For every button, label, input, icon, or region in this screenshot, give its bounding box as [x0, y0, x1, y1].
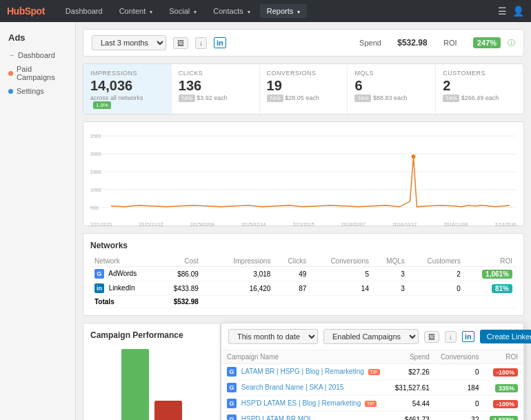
main-layout: Ads → Dashboard Paid Campaigns Settings …	[0, 22, 531, 420]
settings-dot	[8, 89, 13, 94]
network-row-linkedin: in LinkedIn $433.89 16,420 87 14 3 0 81%	[90, 281, 517, 296]
col-empty	[203, 256, 214, 267]
customers-label: CUSTOMERS	[443, 70, 517, 77]
stats-bar: IMPRESSIONS 14,036 across all networks 1…	[83, 63, 524, 114]
impressions-label: IMPRESSIONS	[90, 70, 164, 77]
date-range-select[interactable]: Last 3 months	[92, 35, 166, 50]
table-row: G HSP'D LATAM ES | Blog | Remarketing TI…	[221, 396, 523, 412]
linkedin-mqls: 3	[373, 281, 409, 296]
row3-adwords-icon: G	[227, 399, 237, 408]
row3-spend: 54.44	[390, 396, 435, 412]
row4-roi: 1,503%	[484, 412, 523, 420]
reports-arrow: ▾	[297, 9, 300, 15]
create-linkedin-campaign-button[interactable]: Create LinkedIn campaign	[480, 330, 531, 343]
campaign-performance: Campaign Performance Estimated Revenue -…	[83, 323, 221, 420]
adwords-conversions: 5	[310, 267, 373, 281]
linkedin-icon-btn[interactable]: in	[214, 37, 226, 48]
campaign-perf-title: Campaign Performance	[90, 330, 213, 340]
row3-conversions: 0	[435, 396, 485, 412]
user-icon[interactable]: 👤	[512, 6, 524, 17]
menu-icon[interactable]: ☰	[498, 6, 507, 17]
linkedin-customers: 0	[409, 281, 465, 296]
row2-campaign-name[interactable]: Search Brand Name | SKA | 2015	[241, 383, 344, 391]
col-customers: Customers	[409, 256, 465, 267]
networks-section: Networks Network Cost Impressions Clicks…	[83, 233, 524, 316]
content-header: Last 3 months 🖼 ↓ in Spend $532.98 ROI 2…	[83, 29, 524, 57]
overlay-download-btn[interactable]: ↓	[445, 331, 457, 343]
campaign-overlay: This month to date Enabled Campaigns 🖼 ↓…	[221, 323, 524, 420]
campaign-table: Campaign Name Spend Conversions ROI G LA…	[221, 350, 523, 420]
table-row: G Search Brand Name | SKA | 2015 $31,527…	[221, 380, 523, 396]
sidebar-item-dashboard[interactable]: → Dashboard	[0, 48, 75, 62]
col-conversions: Conversions	[310, 256, 373, 267]
paid-campaigns-dot	[8, 71, 13, 76]
overlay-linkedin-icon[interactable]: in	[462, 331, 474, 342]
adwords-icon: G	[94, 269, 104, 279]
row4-adwords-icon: G	[227, 414, 237, 420]
campaign-table-wrapper: Campaign Name Spend Conversions ROI G LA…	[221, 350, 523, 420]
hubspot-logo: HubSpot	[7, 6, 45, 17]
campaign-name-cell: G Search Brand Name | SKA | 2015	[221, 380, 390, 396]
roi-info-icon[interactable]: ⓘ	[508, 38, 515, 48]
row1-roi: -100%	[484, 364, 523, 380]
stat-clicks: CLICKS 136 74% $3.92 each	[172, 64, 260, 114]
row1-conversions: 0	[435, 364, 485, 380]
customers-value: 2	[443, 78, 517, 93]
table-row: G LATAM BR | HSPG | Blog | Remarketing T…	[221, 364, 523, 380]
stat-customers: CUSTOMERS 2 74% $266.49 each	[436, 64, 523, 114]
row4-campaign-name[interactable]: HSPD LATAM BR MQL	[241, 415, 313, 420]
adwords-roi: 1,061%	[465, 267, 517, 281]
totals-label: Totals	[90, 296, 158, 308]
contacts-arrow: ▾	[248, 9, 250, 15]
row2-adwords-icon: G	[227, 383, 237, 392]
bar-chart	[90, 346, 213, 420]
mqls-sub: 74% $88.83 each	[354, 94, 428, 101]
clicks-value: 136	[179, 78, 252, 93]
sidebar: Ads → Dashboard Paid Campaigns Settings	[0, 22, 76, 420]
nav-dashboard[interactable]: Dashboard	[59, 4, 110, 18]
overlay-photo-btn[interactable]: 🖼	[424, 331, 439, 343]
photo-icon-btn[interactable]: 🖼	[173, 37, 188, 49]
campaign-name-cell: G HSP'D LATAM ES | Blog | Remarketing TI…	[221, 396, 390, 412]
col-mqls: MQLs	[373, 256, 409, 267]
nav-social[interactable]: Social ▾	[162, 4, 203, 18]
row4-spend: $461.73	[390, 412, 435, 420]
conversions-sub: 74% $28.05 each	[267, 94, 341, 101]
mqls-label: MQLS	[354, 70, 428, 77]
stat-mqls: MQLS 6 74% $88.83 each	[348, 64, 436, 114]
row4-conversions: 32	[435, 412, 485, 420]
col-network: Network	[90, 256, 158, 267]
x-axis-labels: 2/21/2015 2015/11/12 2015/02/08 2015/02/…	[90, 222, 517, 227]
sidebar-item-paid-campaigns[interactable]: Paid Campaigns	[0, 62, 75, 84]
sidebar-item-settings[interactable]: Settings	[0, 84, 75, 98]
col-impressions: Impressions	[214, 256, 274, 267]
row1-campaign-name[interactable]: LATAM BR | HSPG | Blog | Remarketing	[241, 368, 364, 375]
download-icon-btn[interactable]: ↓	[195, 37, 207, 49]
adwords-clicks: 49	[274, 267, 310, 281]
networks-totals-row: Totals $532.98	[90, 296, 517, 308]
nav-content[interactable]: Content ▾	[112, 4, 160, 18]
row1-adwords-icon: G	[227, 367, 237, 377]
linkedin-cost: $433.89	[158, 281, 203, 296]
nav-contacts[interactable]: Contacts ▾	[206, 4, 257, 18]
sidebar-settings-label: Settings	[17, 87, 44, 95]
svg-text:1500: 1500	[90, 170, 101, 174]
nav-reports[interactable]: Reports ▾	[260, 4, 308, 18]
sidebar-dashboard-label: Dashboard	[18, 51, 55, 59]
row3-roi: -100%	[484, 396, 523, 412]
linkedin-icon: in	[94, 283, 104, 293]
bottom-panels: Campaign Performance Estimated Revenue -…	[83, 323, 524, 420]
row3-campaign-name[interactable]: HSP'D LATAM ES | Blog | Remarketing	[241, 399, 361, 407]
adwords-network: G AdWords	[90, 267, 158, 281]
bar-estimated-revenue	[121, 349, 149, 420]
overlay-filter-select[interactable]: Enabled Campaigns	[323, 329, 419, 344]
overlay-header: This month to date Enabled Campaigns 🖼 ↓…	[221, 323, 523, 350]
spend-label: Spend	[359, 39, 381, 47]
stat-impressions: IMPRESSIONS 14,036 across all networks 1…	[83, 64, 172, 114]
stat-conversions: CONVERSIONS 19 74% $28.05 each	[260, 64, 348, 114]
social-arrow: ▾	[194, 9, 197, 15]
table-row: G HSPD LATAM BR MQL $461.73 32 1,503%	[221, 412, 523, 420]
overlay-date-select[interactable]: This month to date	[228, 329, 318, 344]
th-roi: ROI	[484, 350, 523, 364]
linkedin-conversions: 14	[310, 281, 373, 296]
